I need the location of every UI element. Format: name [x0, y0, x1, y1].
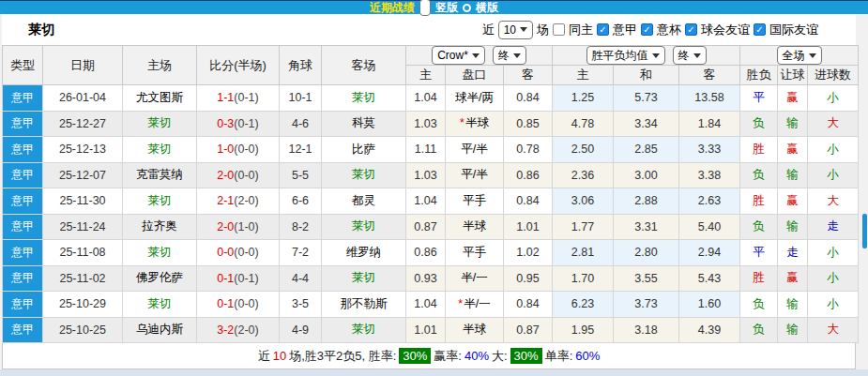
- col-header-odds-home: 主: [553, 66, 614, 85]
- spread-result-cell: 赢: [778, 137, 808, 163]
- avg-draw-odds: 3.73: [614, 292, 679, 318]
- match-date: 25-11-02: [43, 265, 123, 292]
- avg-home-odds: 2.50: [553, 137, 614, 163]
- summary-footer: 近 10 场,胜3平2负5, 胜率: 30% 赢率: 40% 大: 30% 单率…: [2, 343, 856, 369]
- spread-result-cell: 赢: [778, 265, 808, 292]
- bookmaker-select[interactable]: Crow*: [432, 46, 485, 65]
- league-club-friendly-checkbox[interactable]: ✓: [685, 23, 697, 36]
- summary-record: 场,胜3平2负5, 胜率:: [289, 348, 396, 365]
- goals-result-cell: 小: [808, 292, 859, 318]
- result-cell: 负: [740, 317, 778, 343]
- fulltime-score: 3-2: [217, 323, 234, 337]
- col-header-date: 日期: [43, 46, 123, 85]
- avg-home-odds: 3.06: [553, 188, 614, 215]
- corners: 4-4: [280, 265, 322, 292]
- avg-home-odds: 6.23: [553, 292, 614, 318]
- recent-matches-table: 类型 日期 主场 比分(半场) 角球 客场 Crow* 终: [2, 45, 859, 343]
- chevron-down-icon: [472, 53, 480, 58]
- col-header-spread-result: 让球: [778, 66, 808, 85]
- fulltime-score: 2-0: [217, 169, 234, 182]
- result-cell: 负: [740, 214, 778, 240]
- avg-home-odds: 1.77: [553, 214, 614, 240]
- same-home-label: 同主: [569, 22, 593, 38]
- corners: 12-1: [280, 137, 322, 163]
- result-cell: 负: [740, 162, 778, 188]
- away-team: 莱切: [322, 265, 406, 292]
- handicap-home-odds: 1.04: [406, 85, 446, 112]
- match-date: 25-11-30: [43, 188, 123, 215]
- league-italy-cup-checkbox[interactable]: ✓: [641, 23, 653, 36]
- recent-results-title: 近期战绩: [370, 0, 415, 16]
- avg-final-select[interactable]: 终: [673, 46, 707, 65]
- near-label: 近: [482, 22, 495, 38]
- handicap-asterisk: *: [458, 297, 463, 310]
- goals-result-cell: 小: [808, 137, 859, 163]
- league-intl-friendly-checkbox[interactable]: ✓: [754, 23, 766, 36]
- handicap-home-odds: 1.03: [406, 162, 446, 188]
- handicap-line: 半/一: [446, 265, 504, 292]
- league-badge: 意甲: [3, 317, 43, 343]
- col-header-home: 主场: [123, 46, 197, 85]
- handicap-line: 平/半: [446, 137, 504, 163]
- avg-away-odds: 5.43: [679, 265, 740, 292]
- handicap-home-odds: 0.86: [406, 240, 446, 266]
- avg-draw-odds: 3.31: [614, 214, 679, 240]
- avg-away-odds: 1.84: [679, 111, 740, 137]
- corners: 6-6: [280, 188, 322, 215]
- match-date: 25-12-13: [43, 137, 123, 163]
- single-rate-value: 60%: [575, 349, 600, 363]
- spread-result-cell: 赢: [778, 85, 808, 112]
- scope-select[interactable]: 全场: [777, 46, 822, 65]
- goals-result-cell: 小: [808, 265, 859, 292]
- goals-result-cell: 小: [808, 85, 859, 112]
- avg-draw-odds: 5.73: [614, 85, 679, 112]
- handicap-line: *半/一: [446, 292, 504, 318]
- col-header-away: 客场: [322, 46, 406, 85]
- vertical-layout-label[interactable]: 竖版: [435, 0, 458, 16]
- league-badge: 意甲: [3, 137, 43, 163]
- col-header-handicap-home: 主: [406, 66, 446, 85]
- goals-result-cell: 走: [808, 214, 859, 240]
- halftime-score: (0-1): [234, 91, 258, 104]
- fulltime-score: 2-1: [217, 194, 234, 207]
- handicap-line: *半球: [446, 111, 504, 137]
- bookmaker-final-select[interactable]: 终: [493, 46, 526, 65]
- spread-result-cell: 输: [778, 292, 808, 318]
- goals-result-cell: 大: [808, 111, 859, 137]
- avg-home-odds: 1.95: [553, 317, 614, 343]
- same-home-checkbox[interactable]: [553, 23, 565, 36]
- fulltime-score: 0-3: [217, 117, 234, 130]
- match-date: 25-11-08: [43, 240, 123, 266]
- horizontal-layout-radio[interactable]: [463, 4, 471, 12]
- handicap-away-odds: 0.78: [504, 137, 553, 163]
- vertical-layout-radio[interactable]: [419, 0, 431, 16]
- spread-result-cell: 输: [778, 111, 808, 137]
- away-team: 都灵: [322, 188, 406, 215]
- fulltime-score: 2-0: [217, 220, 234, 233]
- match-count-select[interactable]: 10: [498, 21, 533, 39]
- horizontal-layout-label[interactable]: 横版: [476, 0, 498, 16]
- avg-odds-select[interactable]: 胜平负均值: [586, 46, 665, 65]
- handicap-home-odds: 1.01: [406, 317, 446, 343]
- team-name: 莱切: [2, 22, 54, 38]
- table-row: 意甲25-11-08莱切0-0(0-0)7-2维罗纳0.86平手1.022.81…: [3, 240, 859, 266]
- avg-away-odds: 3.33: [679, 137, 740, 163]
- corners: 5-5: [280, 162, 322, 188]
- away-team: 比萨: [322, 137, 406, 163]
- league-serie-a-checkbox[interactable]: ✓: [597, 23, 609, 36]
- scrollbar-thumb[interactable]: [862, 214, 867, 248]
- avg-away-odds: 2.94: [679, 240, 740, 266]
- corners: 10-1: [280, 85, 322, 112]
- chevron-down-icon: [693, 53, 701, 58]
- spread-result-cell: 输: [778, 317, 808, 343]
- league-intl-friendly-label: 国际友谊: [769, 22, 818, 38]
- league-badge: 意甲: [3, 162, 43, 188]
- table-row: 意甲25-10-25乌迪内斯3-2(2-0)4-9莱切1.01半球0.871.9…: [3, 317, 859, 343]
- avg-home-odds: 4.78: [553, 111, 614, 137]
- score-cell: 0-0(0-0): [197, 240, 280, 266]
- match-date: 25-10-29: [43, 292, 123, 318]
- avg-away-odds: 1.60: [679, 292, 740, 318]
- score-cell: 1-0(0-0): [197, 137, 280, 163]
- table-row: 意甲25-11-02佛罗伦萨0-1(0-1)4-4莱切0.93半/一0.951.…: [3, 265, 859, 292]
- goals-result-cell: 小: [808, 240, 859, 266]
